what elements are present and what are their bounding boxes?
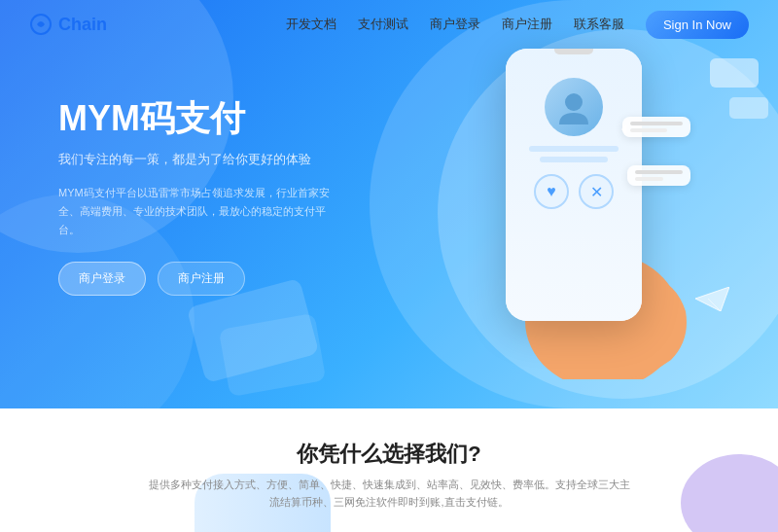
- nav-links: 开发文档 支付测试 商户登录 商户注册 联系客服 Sign In Now: [286, 11, 749, 39]
- hero-login-button[interactable]: 商户登录: [58, 262, 146, 296]
- logo-text: Chain: [58, 15, 107, 35]
- svg-marker-3: [695, 287, 729, 311]
- nav-dev-docs[interactable]: 开发文档: [286, 16, 336, 33]
- phone-avatar: [545, 78, 603, 136]
- nav-contact-support[interactable]: 联系客服: [574, 16, 624, 33]
- paper-plane-2: [695, 287, 729, 311]
- chat-bubble-1: [622, 117, 690, 137]
- blob-purple: [681, 454, 778, 532]
- phone-illustration: ♥ ✕: [486, 39, 681, 370]
- phone-lines: [517, 146, 630, 162]
- navbar: Chain 开发文档 支付测试 商户登录 商户注册 联系客服 Sign In N…: [0, 0, 778, 49]
- signin-button[interactable]: Sign In Now: [646, 11, 749, 39]
- bottom-description: 提供多种支付接入方式、方便、简单、快捷、快速集成到、站率高、见效快、费率低。支持…: [146, 477, 632, 511]
- deco-rect-1: [710, 58, 759, 88]
- phone-actions: ♥ ✕: [517, 174, 630, 209]
- close-button[interactable]: ✕: [579, 174, 614, 209]
- chat-bubble-2: [627, 165, 690, 186]
- hero-section: MYM码支付 我们专注的每一策，都是为了给你更好的体验 MYM码支付平台以迅雷常…: [0, 0, 778, 408]
- logo-icon: [29, 13, 53, 36]
- phone-screen: ♥ ✕: [506, 49, 642, 321]
- svg-point-6: [565, 93, 583, 111]
- nav-pay-test[interactable]: 支付测试: [358, 16, 408, 33]
- hero-buttons: 商户登录 商户注册: [58, 262, 331, 296]
- nav-merchant-login[interactable]: 商户登录: [430, 16, 480, 33]
- avatar-svg: [554, 88, 593, 126]
- nav-merchant-register[interactable]: 商户注册: [502, 16, 552, 33]
- hero-content: MYM码支付 我们专注的每一策，都是为了给你更好的体验 MYM码支付平台以迅雷常…: [58, 97, 331, 296]
- phone-body: ♥ ✕: [506, 49, 642, 321]
- bottom-title: 你凭什么选择我们?: [297, 440, 480, 469]
- logo[interactable]: Chain: [29, 13, 107, 36]
- hero-subtitle: 我们专注的每一策，都是为了给你更好的体验: [58, 151, 331, 168]
- hero-title: MYM码支付: [58, 97, 331, 139]
- bottom-section: 你凭什么选择我们? 提供多种支付接入方式、方便、简单、快捷、快速集成到、站率高、…: [0, 408, 778, 532]
- deco-rect-2: [729, 97, 768, 119]
- hero-register-button[interactable]: 商户注册: [158, 262, 245, 296]
- heart-button[interactable]: ♥: [534, 174, 569, 209]
- hero-description: MYM码支付平台以迅雷常市场占领追求发展，行业首家安全、高端费用、专业的技术团队…: [58, 184, 331, 238]
